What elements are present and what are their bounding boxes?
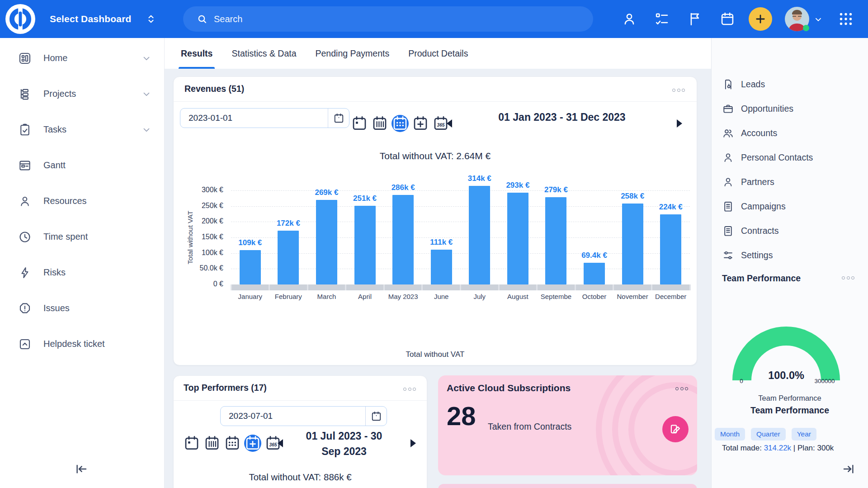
rightnav-item-settings[interactable]: Settings xyxy=(712,243,868,267)
period-calendar-month-button[interactable] xyxy=(224,435,241,452)
user-icon[interactable] xyxy=(622,11,637,27)
period-calendar-day-button[interactable] xyxy=(183,435,200,452)
chevron-down-icon[interactable] xyxy=(814,15,823,24)
axis-notch xyxy=(231,284,232,290)
axis-notch xyxy=(307,284,308,290)
tab-results[interactable]: Results xyxy=(181,38,212,69)
tab-statistics-data[interactable]: Statistics & Data xyxy=(231,38,296,69)
person-icon xyxy=(722,152,734,164)
calendar-icon[interactable] xyxy=(720,11,735,27)
bar-septembe[interactable] xyxy=(545,197,566,284)
top-performers-total: Total without VAT: 886k € xyxy=(174,472,427,483)
period-button-month[interactable]: Month xyxy=(715,428,745,441)
axis-notch xyxy=(269,284,270,290)
bar-january[interactable] xyxy=(240,250,261,284)
calendar-picker-button[interactable] xyxy=(365,407,387,426)
bar-november[interactable] xyxy=(622,204,643,284)
collapse-sidebar-icon[interactable] xyxy=(75,462,88,476)
bar-march[interactable] xyxy=(316,200,337,284)
chevron-down-icon xyxy=(142,125,151,135)
sidebar-item-risks[interactable]: Risks xyxy=(0,255,164,290)
bar-august[interactable] xyxy=(507,193,528,284)
rightnav-item-partners[interactable]: Partners xyxy=(712,170,868,194)
sidebar-item-home[interactable]: Home xyxy=(0,40,164,76)
tab-product-details[interactable]: Product Details xyxy=(408,38,468,69)
rightnav-item-contracts[interactable]: Contracts xyxy=(712,218,868,243)
projects-tree-icon xyxy=(18,87,32,101)
y-axis-title: Total without VAT xyxy=(186,201,194,274)
next-period-arrow[interactable] xyxy=(410,439,416,447)
y-axis-tick-label: 300k € xyxy=(178,186,223,194)
total-made-label: Total made: xyxy=(722,444,762,452)
flag-icon[interactable] xyxy=(687,11,703,27)
document-lines-icon xyxy=(722,225,734,237)
rightnav-item-opportunities[interactable]: Opportunities xyxy=(712,96,868,121)
next-widget-card xyxy=(438,484,697,488)
calendar-day-icon xyxy=(183,435,200,452)
sidebar-item-projects[interactable]: Projects xyxy=(0,76,164,112)
sidebar-item-helpdesk-ticket[interactable]: Helpdesk ticket xyxy=(0,326,164,362)
left-sidebar: Home Projects Tasks Gantt xyxy=(0,38,165,488)
axis-notch xyxy=(575,284,576,290)
top-performers-title: Top Performers (17) xyxy=(184,383,267,393)
period-granularity-group: 365 xyxy=(183,435,282,452)
main-content: Revenues (51) 365 01 Jan 2023 - 31 Dec 2… xyxy=(165,69,711,488)
rightnav-item-accounts[interactable]: Accounts xyxy=(712,121,868,145)
axis-notch xyxy=(689,284,691,290)
y-axis-tick-label: 0 € xyxy=(178,280,223,288)
search-bar[interactable] xyxy=(183,6,593,32)
add-button[interactable] xyxy=(749,7,772,31)
card-menu-button[interactable] xyxy=(403,388,416,391)
period-button-year[interactable]: Year xyxy=(792,428,816,441)
chevron-down-icon xyxy=(142,53,151,63)
total-made-value[interactable]: 314.22k xyxy=(764,444,792,452)
dashboard-selector[interactable]: Select Dashboard xyxy=(50,0,132,38)
sidebar-item-gantt[interactable]: Gantt xyxy=(0,147,164,183)
sidebar-item-issues[interactable]: Issues xyxy=(0,290,164,326)
sidebar-item-tasks[interactable]: Tasks xyxy=(0,112,164,147)
y-axis-tick-label: 250k € xyxy=(178,202,223,210)
period-calendar-quarter-button[interactable] xyxy=(244,435,261,452)
previous-period-arrow[interactable] xyxy=(278,439,283,447)
apps-grid-icon[interactable] xyxy=(838,11,854,27)
bar-october[interactable] xyxy=(584,263,605,284)
search-input[interactable] xyxy=(214,14,530,24)
team-performance-footer: Total made: 314.22k | Plan: 300k xyxy=(722,444,834,453)
x-axis-label: July xyxy=(461,293,499,300)
edit-note-button[interactable] xyxy=(662,416,689,442)
leads-icon xyxy=(722,78,734,90)
app-logo-icon[interactable] xyxy=(5,4,35,34)
unfold-more-icon[interactable] xyxy=(146,14,156,24)
card-menu-button[interactable] xyxy=(675,387,688,390)
widget-menu-button[interactable] xyxy=(842,276,854,280)
bar-june[interactable] xyxy=(431,250,452,284)
bar-december[interactable] xyxy=(660,214,681,284)
bar-february[interactable] xyxy=(278,231,299,284)
svg-text:365: 365 xyxy=(269,442,277,447)
axis-notch xyxy=(345,284,346,290)
y-axis-tick-label: 150k € xyxy=(178,233,223,241)
rightnav-item-personal-contacts[interactable]: Personal Contacts xyxy=(712,145,868,170)
bar-april[interactable] xyxy=(354,206,376,284)
sidebar-item-time-spent[interactable]: Time spent xyxy=(0,219,164,255)
x-axis-label: October xyxy=(575,293,613,300)
rightnav-item-leads[interactable]: Leads xyxy=(712,72,868,96)
sidebar-item-resources[interactable]: Resources xyxy=(0,183,164,219)
top-performers-card: Top Performers (17) 365 01 Jul 2023 - 30… xyxy=(173,375,427,488)
period-calendar-week-button[interactable] xyxy=(203,435,221,452)
divider xyxy=(174,400,427,401)
gridline xyxy=(231,206,690,207)
revenues-card: Revenues (51) 365 01 Jan 2023 - 31 Dec 2… xyxy=(173,76,697,365)
expand-panel-icon[interactable] xyxy=(842,462,855,476)
clock-icon xyxy=(18,230,32,244)
checklist-icon[interactable] xyxy=(654,11,670,27)
subscriptions-count: 28 xyxy=(447,401,476,431)
bar-july[interactable] xyxy=(469,186,490,284)
gridline xyxy=(231,269,690,269)
bar-may-2023[interactable] xyxy=(392,195,414,284)
tab-pending-payments[interactable]: Pending Payments xyxy=(316,38,390,69)
period-button-quarter[interactable]: Quarter xyxy=(751,428,786,441)
gantt-icon xyxy=(18,159,32,172)
rightnav-item-campaigns[interactable]: Campaigns xyxy=(712,194,868,218)
date-input[interactable] xyxy=(221,411,365,421)
